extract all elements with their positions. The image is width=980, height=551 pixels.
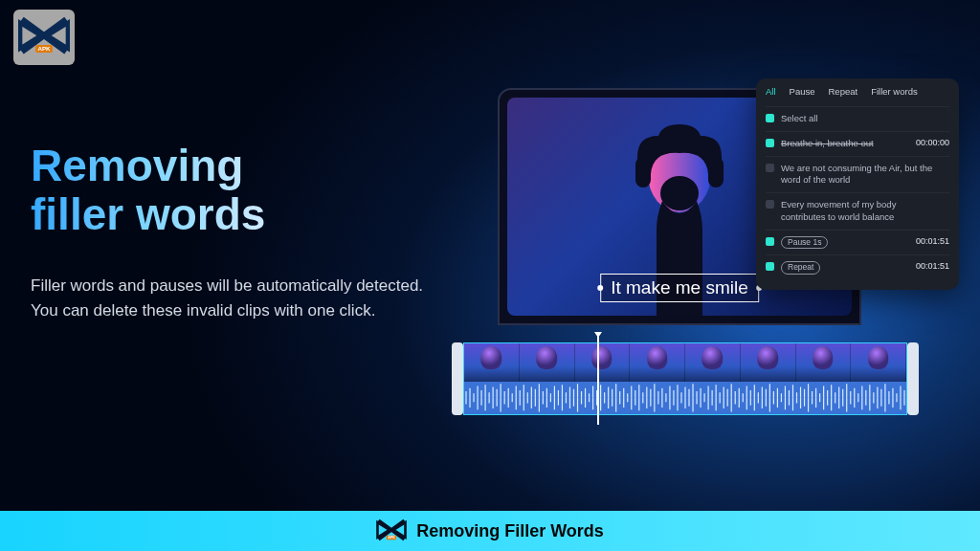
item-text: We are not consuming the Air, but the wo…	[781, 163, 943, 187]
footer-title: Removing Filler Words	[416, 521, 604, 541]
capcut-apk-icon: APK	[376, 518, 407, 544]
item-time: 00:00:00	[916, 138, 949, 147]
footer-bar: APK Removing Filler Words	[0, 511, 980, 551]
item-time: 00:01:51	[916, 236, 949, 246]
tab-repeat[interactable]: Repeat	[829, 86, 858, 97]
clip-handle-left[interactable]	[452, 342, 463, 415]
select-all-label: Select all	[781, 113, 949, 125]
svg-rect-4	[635, 157, 651, 187]
item-pill: Pause 1s	[781, 236, 828, 249]
svg-text:APK: APK	[37, 45, 51, 52]
panel-item[interactable]: Pause 1s 00:01:51	[766, 230, 949, 254]
brand-logo: APK	[13, 10, 75, 65]
checkbox-icon[interactable]	[766, 262, 774, 271]
item-time: 00:01:51	[916, 261, 949, 271]
panel-item[interactable]: Repeat 00:01:51	[766, 254, 949, 279]
hero-title-line2: filler words	[31, 190, 265, 239]
item-text: Every movement of my body contributes to…	[781, 199, 943, 224]
panel-tabs: All Pause Repeat Filler words	[766, 86, 949, 97]
clip-thumbnails	[464, 343, 906, 382]
hero-description: Filler words and pauses will be automati…	[31, 274, 442, 324]
video-caption[interactable]: It make me smile	[600, 274, 759, 302]
playhead[interactable]	[597, 335, 599, 425]
svg-rect-5	[708, 157, 724, 187]
svg-point-3	[660, 176, 699, 210]
checkbox-icon[interactable]	[766, 237, 774, 246]
clip-body[interactable]	[463, 342, 907, 415]
hero-title: Removing filler words	[31, 142, 265, 238]
panel-item[interactable]: Every movement of my body contributes to…	[766, 192, 949, 230]
svg-text:APK: APK	[388, 536, 395, 540]
tab-filler-words[interactable]: Filler words	[871, 86, 918, 97]
hero-title-line1: Removing	[31, 142, 265, 190]
tab-all[interactable]: All	[766, 86, 776, 97]
item-text: Breathe in, breathe out	[781, 138, 874, 148]
checkbox-icon[interactable]	[766, 114, 774, 122]
capcut-apk-icon: APK	[18, 14, 70, 60]
select-all-row[interactable]: Select all	[766, 106, 949, 131]
checkbox-icon[interactable]	[766, 164, 774, 172]
checkbox-icon[interactable]	[766, 200, 774, 209]
filler-words-panel: All Pause Repeat Filler words Select all…	[756, 78, 959, 290]
clip-handle-right[interactable]	[907, 342, 919, 415]
audio-waveform	[464, 382, 906, 414]
checkbox-icon[interactable]	[766, 139, 774, 147]
panel-item[interactable]: We are not consuming the Air, but the wo…	[766, 156, 949, 193]
panel-item[interactable]: Breathe in, breathe out 00:00:00	[766, 131, 949, 156]
timeline[interactable]	[452, 342, 919, 415]
tab-pause[interactable]: Pause	[790, 86, 815, 97]
item-pill: Repeat	[781, 261, 820, 274]
